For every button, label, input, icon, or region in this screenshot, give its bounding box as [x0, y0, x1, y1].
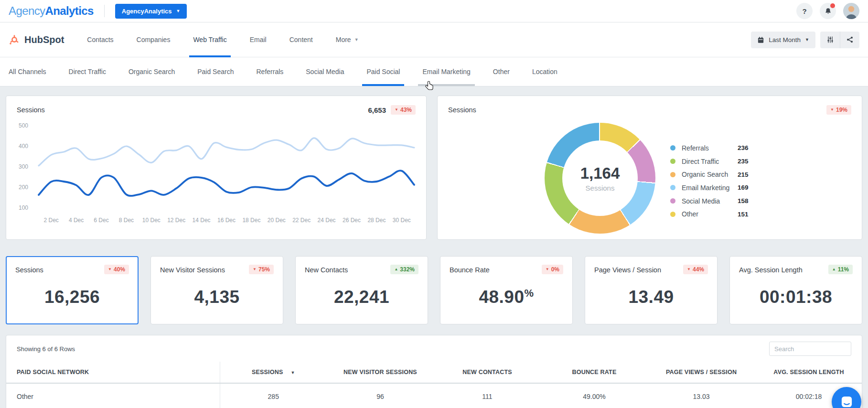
column-header-new-visitor-sessions[interactable]: NEW VISITOR SESSIONS: [327, 362, 434, 383]
help-button[interactable]: ?: [796, 3, 813, 19]
y-tick-label: 400: [11, 143, 28, 150]
x-tick-label: 18 Dec: [242, 217, 260, 224]
hubspot-nav-tabs: Contacts Companies Web Traffic Email Con…: [87, 22, 358, 57]
channel-tab-referrals[interactable]: Referrals: [256, 57, 283, 86]
x-tick-label: 30 Dec: [393, 217, 411, 224]
hubspot-brand: HubSpot: [9, 34, 64, 45]
user-avatar[interactable]: [843, 3, 859, 19]
kpi-value: 16,256: [15, 287, 129, 307]
kpi-card-avg-session-length[interactable]: Avg. Session Length ▲11% 00:01:38: [729, 256, 862, 324]
kpi-value: 4,135: [160, 287, 274, 307]
y-tick-label: 200: [11, 184, 28, 191]
row-count-text: Showing 6 of 6 Rows: [17, 345, 75, 353]
panel-title: Sessions: [17, 106, 45, 114]
x-tick-label: 28 Dec: [367, 217, 386, 224]
filters-button[interactable]: [820, 32, 840, 48]
x-tick-label: 20 Dec: [268, 217, 286, 224]
account-selector-label: AgencyAnalytics: [122, 8, 172, 15]
kpi-card-page-views-per-session[interactable]: Page Views / Session ▼44% 13.49: [585, 256, 718, 324]
date-range-label: Last Month: [769, 36, 801, 43]
kpi-card-new-visitor-sessions[interactable]: New Visitor Sessions ▼75% 4,135: [150, 256, 283, 324]
tab-more[interactable]: More ▼: [336, 22, 359, 57]
tab-web-traffic[interactable]: Web Traffic: [193, 22, 226, 57]
delta-badge: ▼44%: [683, 265, 708, 274]
date-range-button[interactable]: Last Month ▼: [751, 32, 815, 48]
x-tick-label: 12 Dec: [167, 217, 185, 224]
hubspot-brand-name: HubSpot: [24, 34, 64, 45]
kpi-card-bounce-rate[interactable]: Bounce Rate ▼0% 48.90%: [440, 256, 573, 324]
kpi-value: 13.49: [594, 287, 708, 307]
y-tick-label: 300: [11, 163, 28, 170]
logo-part1: Agency: [9, 4, 45, 17]
divider: [104, 5, 105, 17]
account-selector-button[interactable]: AgencyAnalytics ▼: [115, 4, 187, 19]
legend-dot: [670, 185, 675, 190]
kpi-card-new-contacts[interactable]: New Contacts ▲332% 22,241: [295, 256, 428, 324]
legend-dot: [670, 212, 675, 217]
kpi-value: 00:01:38: [739, 287, 853, 307]
header-actions: ?: [796, 3, 859, 19]
sessions-total: 6,653: [368, 106, 386, 114]
panel-title: Sessions: [448, 106, 476, 114]
channel-tab-organic-search[interactable]: Organic Search: [129, 57, 175, 86]
channel-tab-email-marketing[interactable]: Email Marketing: [422, 57, 470, 86]
delta-badge: ▼43%: [391, 105, 416, 115]
legend-item-other: Other 151: [670, 207, 749, 221]
column-header-page-views-session[interactable]: PAGE VIEWS / SESSION: [648, 362, 755, 383]
channel-tab-location[interactable]: Location: [532, 57, 557, 86]
donut-center: 1,164 Sessions: [562, 140, 638, 216]
chat-icon: [840, 396, 853, 408]
avatar-image: [843, 3, 859, 19]
calendar-icon: [757, 36, 764, 43]
channel-tabs-bar: All Channels Direct Traffic Organic Sear…: [0, 57, 868, 86]
bell-icon: [824, 7, 832, 15]
line-chart-svg: [34, 122, 419, 211]
line-chart-area: 500400300200100: [34, 122, 413, 211]
kpi-value: 48.90%: [450, 287, 563, 307]
kpi-card-sessions[interactable]: Sessions ▼40% 16,256: [6, 256, 139, 324]
tab-email[interactable]: Email: [250, 22, 267, 57]
channel-tab-all-channels[interactable]: All Channels: [9, 57, 46, 86]
channel-tab-social-media[interactable]: Social Media: [306, 57, 344, 86]
toolbar-button-group: [820, 32, 859, 48]
notifications-button[interactable]: [820, 3, 836, 19]
column-header-bounce-rate[interactable]: BOUNCE RATE: [541, 362, 648, 383]
integration-navbar: HubSpot Contacts Companies Web Traffic E…: [0, 22, 868, 57]
x-tick-label: 6 Dec: [94, 217, 108, 224]
sort-caret-icon: ▼: [290, 370, 295, 375]
trend-arrow-icon: ▼: [830, 108, 834, 112]
x-tick-label: 14 Dec: [193, 217, 211, 224]
chevron-down-icon: ▼: [354, 38, 359, 42]
donut-panel-header: Sessions ▼19%: [438, 96, 862, 115]
x-tick-label: 10 Dec: [142, 217, 161, 224]
share-icon: [846, 36, 854, 43]
y-tick-label: 500: [11, 122, 28, 129]
dashboard-content: Sessions 6,653 ▼43% 500400300200100 2 De…: [0, 86, 868, 408]
legend-item-referrals: Referrals 236: [670, 141, 749, 155]
column-header-sessions[interactable]: SESSIONS▼: [220, 362, 327, 383]
tab-contacts[interactable]: Contacts: [87, 22, 113, 57]
channel-tab-direct-traffic[interactable]: Direct Traffic: [69, 57, 106, 86]
channel-tab-other[interactable]: Other: [493, 57, 510, 86]
tab-companies[interactable]: Companies: [137, 22, 171, 57]
x-tick-label: 24 Dec: [318, 217, 336, 224]
chevron-down-icon: ▼: [176, 9, 181, 13]
channel-tab-paid-search[interactable]: Paid Search: [197, 57, 234, 86]
sessions-line-chart-panel: Sessions 6,653 ▼43% 500400300200100 2 De…: [6, 96, 427, 240]
table-row-other[interactable]: Other 285 96 111 49.00% 13.03 00:02:18: [6, 383, 862, 408]
donut-legend: Referrals 236 Direct Traffic 235 Organic…: [670, 141, 749, 221]
trend-arrow-icon: ▼: [395, 108, 398, 112]
channel-tab-paid-social[interactable]: Paid Social: [366, 57, 400, 86]
delta-badge: ▼0%: [542, 265, 563, 274]
x-tick-label: 4 Dec: [69, 217, 84, 224]
tab-content[interactable]: Content: [289, 22, 313, 57]
kpi-cards-row: Sessions ▼40% 16,256 New Visitor Session…: [6, 256, 862, 324]
column-header-paid-social-network[interactable]: PAID SOCIAL NETWORK: [6, 362, 220, 383]
legend-dot: [670, 145, 675, 150]
column-header-new-contacts[interactable]: NEW CONTACTS: [434, 362, 541, 383]
legend-dot: [670, 172, 675, 177]
column-header-avg-session-length[interactable]: AVG. SESSION LENGTH: [755, 362, 862, 383]
search-input[interactable]: [769, 342, 851, 356]
legend-item-direct-traffic: Direct Traffic 235: [670, 155, 749, 168]
share-button[interactable]: [840, 32, 859, 48]
